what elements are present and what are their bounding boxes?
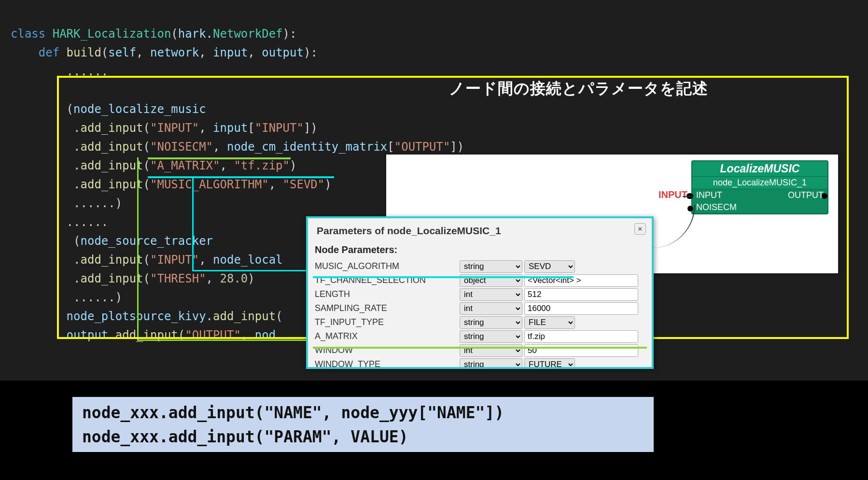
base-class: NetworkDef (213, 27, 283, 41)
param-row-length: LENGTHint (308, 287, 652, 301)
node-port-input[interactable]: INPUT (696, 190, 722, 200)
param-value[interactable] (524, 274, 638, 287)
param-row-a_matrix: A_MATRIXstring (308, 329, 652, 343)
param-type-select[interactable]: object (460, 274, 522, 287)
param-name: TF_CHANNEL_SELECTION (315, 275, 460, 285)
summary-line-1: node_xxx.add_input("NAME", node_yyy["NAM… (82, 401, 644, 425)
dialog-title-text: Parameters of node_LocalizeMUSIC_1 (317, 225, 501, 236)
param-row-window_type: WINDOW_TYPEstringFUTURE (308, 357, 652, 369)
node-source-tracker: node_source_tracker (81, 234, 213, 248)
node-port-noisecm[interactable]: NOISECM (696, 202, 737, 212)
param-name: A_MATRIX (315, 331, 460, 341)
close-icon[interactable]: × (634, 223, 646, 235)
param-type-select[interactable]: string (460, 358, 522, 369)
param-name: TF_INPUT_TYPE (315, 317, 460, 327)
kw-def: def (39, 46, 59, 59)
module: hark (178, 27, 206, 41)
param-type-select[interactable]: string (460, 260, 522, 273)
param-value[interactable] (524, 288, 638, 301)
param-name: LENGTH (315, 289, 460, 299)
class-name: HARK_Localization (53, 27, 171, 41)
param-row-tf_channel_selection: TF_CHANNEL_SELECTIONobject (308, 273, 652, 287)
param-value[interactable] (524, 344, 638, 357)
param-name: WINDOW_TYPE (315, 359, 460, 369)
param-type-select[interactable]: string (460, 316, 522, 329)
param-type-select[interactable]: string (460, 330, 522, 343)
node-localize-music: node_localize_music (73, 102, 206, 116)
fn-build: build (67, 46, 101, 59)
parameters-dialog: Parameters of node_LocalizeMUSIC_1 × Nod… (306, 216, 654, 369)
param-name: WINDOW (315, 345, 460, 355)
param-value[interactable] (524, 302, 638, 315)
param-row-window: WINDOWint (308, 343, 652, 357)
node-port-output[interactable]: OUTPUT (788, 190, 824, 200)
param-row-sampling_rate: SAMPLING_RATEint (308, 301, 652, 315)
param-value[interactable]: FUTURE (524, 358, 575, 369)
param-row-tf_input_type: TF_INPUT_TYPEstringFILE (308, 315, 652, 329)
node-id: node_LocalizeMUSIC_1 (692, 177, 827, 189)
port-out1[interactable] (822, 193, 827, 199)
param-type-select[interactable]: int (460, 302, 522, 315)
syntax-summary: node_xxx.add_input("NAME", node_yyy["NAM… (72, 397, 654, 452)
dialog-title: Parameters of node_LocalizeMUSIC_1 × (308, 218, 652, 242)
summary-line-2: node_xxx.add_input("PARAM", VALUE) (82, 425, 644, 449)
dialog-subtitle: Node Parameters: (308, 242, 652, 259)
param-type-select[interactable]: int (460, 288, 522, 301)
kw-class: class (11, 27, 45, 41)
node-title: LocalizeMUSIC (692, 161, 827, 177)
param-value[interactable]: FILE (524, 316, 575, 329)
param-name: SAMPLING_RATE (315, 303, 460, 313)
external-input-label: INPUT (658, 189, 687, 200)
param-type-select[interactable]: int (460, 344, 522, 357)
node-localizemusic[interactable]: LocalizeMUSIC node_LocalizeMUSIC_1 INPUT… (691, 160, 828, 214)
param-value[interactable]: SEVD (524, 260, 575, 273)
param-row-music_algorithm: MUSIC_ALGORITHMstringSEVD (308, 259, 652, 273)
param-name: MUSIC_ALGORITHM (315, 261, 460, 271)
wire-ext-to-input (683, 196, 692, 197)
param-value[interactable] (524, 330, 638, 343)
